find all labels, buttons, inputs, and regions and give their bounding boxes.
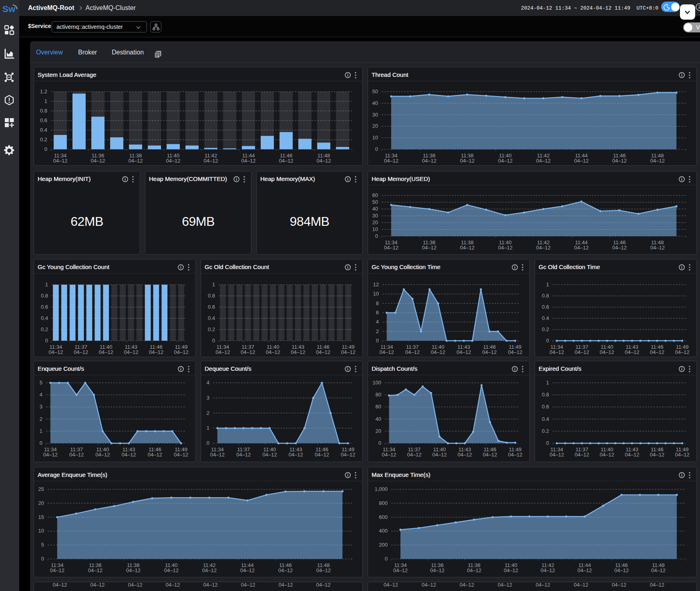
svg-text:04–12: 04–12 (574, 582, 588, 588)
svg-text:04–12: 04–12 (422, 582, 436, 588)
svg-text:04–12: 04–12 (536, 582, 550, 588)
svg-text:04–12: 04–12 (498, 582, 512, 588)
svg-text:04–12: 04–12 (650, 582, 664, 588)
svg-text:04–12: 04–12 (460, 582, 474, 588)
svg-text:04–12: 04–12 (612, 582, 626, 588)
svg-text:04–12: 04–12 (384, 582, 398, 588)
